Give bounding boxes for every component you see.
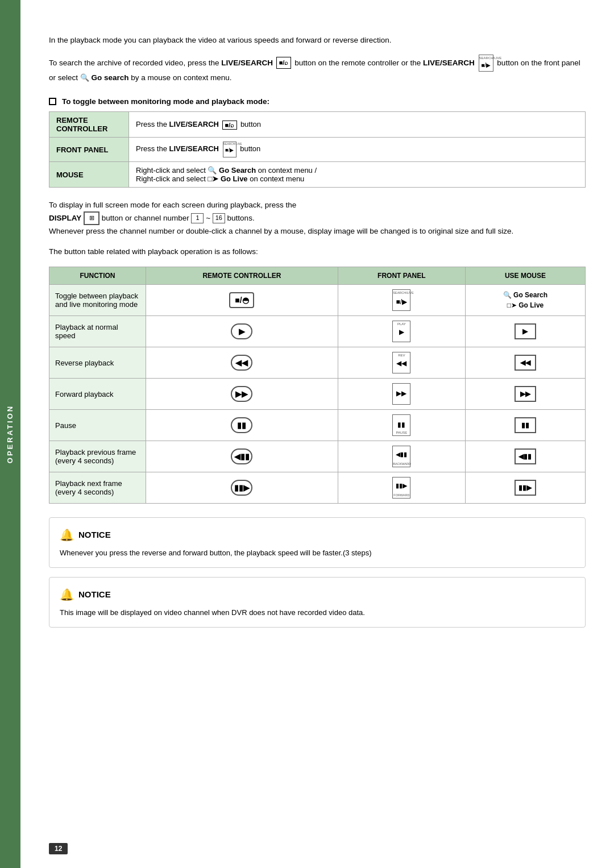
front-panel-icon-inline: SEARCH/LIVE ■/▶ (479, 55, 493, 72)
notice-box-1: 🔔 NOTICE Whenever you press the reverse … (49, 517, 586, 568)
front-panel-btn-icon: SEARCH/LIVE ■/▶ (223, 142, 237, 157)
front-panel-label-cell: FRONT PANEL (49, 138, 129, 162)
mouse-play-btn: ▶ (515, 323, 536, 339)
front-pause: ▮▮ PAUSE (338, 410, 465, 441)
remote-reverse: ◀◀ (146, 347, 338, 379)
mouse-pause-btn: ▮▮ (515, 417, 536, 433)
table-row: MOUSE Right-click and select 🔍 Go Search… (49, 162, 586, 188)
mouse-rev-btn: ◀◀ (515, 355, 536, 371)
front-pause-btn: ▮▮ PAUSE (392, 414, 410, 436)
mouse-toggle: 🔍 Go Search □➤ Go Live (465, 285, 585, 316)
notice-icon-2: 🔔 (60, 585, 74, 604)
notice-header-1: 🔔 NOTICE (60, 526, 575, 544)
mouse-prevframe-btn: ◀▮▮ (515, 448, 536, 464)
table-row: Pause ▮▮ ▮▮ PAUSE ▮▮ (49, 410, 586, 441)
remote-prev-frame: ◀▮▮ (146, 441, 338, 472)
func-next-frame: Playback next frame (every 4 seconds) (49, 472, 146, 504)
front-panel-content: Press the LIVE/SEARCH SEARCH/LIVE ■/▶ bu… (129, 138, 586, 162)
remote-controller-label: REMOTE CONTROLLER (49, 112, 129, 138)
go-search-label: Go search (92, 73, 129, 82)
mouse-normal: ▶ (465, 316, 585, 347)
front-fwd-btn: ▶▶ (392, 383, 410, 405)
mouse-pause: ▮▮ (465, 410, 585, 441)
live-search-button-icon: ■/⌕ (276, 57, 292, 69)
mouse-forward: ▶▶ (465, 379, 585, 410)
mouse-fwd-btn: ▶▶ (515, 386, 536, 402)
mouse-next-frame: ▮▮▶ (465, 472, 585, 504)
intro-para2: To search the archive of recorded video,… (49, 55, 586, 84)
mouse-nextframe-btn: ▮▮▶ (515, 480, 536, 496)
front-nextframe-btn: ▮▮▶ FORWARD (392, 477, 410, 499)
front-normal: PLAY ▶ (338, 316, 465, 347)
remote-play-btn: ▶ (231, 323, 252, 339)
table-row: Toggle between playback and live monitor… (49, 285, 586, 316)
func-normal: Playback at normal speed (49, 316, 146, 347)
function-table: FUNCTION REMOTE CONTROLLER FRONT PANEL U… (49, 267, 586, 504)
main-content: In the playback mode you can playback th… (20, 0, 614, 868)
intro-para1: In the playback mode you can playback th… (49, 34, 586, 47)
front-prev-frame: ◀▮▮ BACKWARD (338, 441, 465, 472)
remote-toggle: ■/◓ (146, 285, 338, 316)
mouse-label-cell: MOUSE (49, 162, 129, 188)
magnifier-icon-2: 🔍 (208, 166, 217, 175)
notice-icon-1: 🔔 (60, 526, 74, 544)
front-reverse: REV ◀◀ (338, 347, 465, 379)
remote-fwd-btn: ▶▶ (231, 386, 252, 402)
remote-normal: ▶ (146, 316, 338, 347)
side-tab-label: OPERATION (6, 405, 15, 463)
table-row: REMOTE CONTROLLER Press the LIVE/SEARCH … (49, 112, 586, 138)
front-forward: ▶▶ (338, 379, 465, 410)
col-front: FRONT PANEL (338, 267, 465, 285)
display-button-icon: ⊞ (84, 211, 99, 225)
table-row: Playback next frame (every 4 seconds) ▮▮… (49, 472, 586, 504)
front-next-frame: ▮▮▶ FORWARD (338, 472, 465, 504)
ch1-btn: 1 (191, 213, 204, 223)
side-tab: OPERATION (0, 0, 20, 868)
mouse-prev-frame: ◀▮▮ (465, 441, 585, 472)
table-header-row: FUNCTION REMOTE CONTROLLER FRONT PANEL U… (49, 267, 586, 285)
front-rev-btn: REV ◀◀ (392, 352, 410, 373)
remote-rev-btn: ◀◀ (231, 355, 252, 371)
ch16-btn: 16 (213, 213, 225, 223)
table-intro-text: The button table related with playback o… (49, 246, 586, 258)
remote-toggle-btn: ■/◓ (229, 292, 254, 308)
col-mouse: USE MOUSE (465, 267, 585, 285)
live-search-btn-small: ■/⌕ (222, 121, 238, 130)
front-prevframe-btn: ◀▮▮ BACKWARD (392, 446, 410, 467)
front-toggle-btn: SEARCH/LIVE ■/▶ (392, 289, 410, 311)
page-number: 12 (49, 843, 68, 854)
notice-text-2: This image will be displayed on video ch… (60, 607, 575, 619)
table-row: Reverse playback ◀◀ REV ◀◀ ◀◀ (49, 347, 586, 379)
remote-pause: ▮▮ (146, 410, 338, 441)
func-pause: Pause (49, 410, 146, 441)
mouse-content: Right-click and select 🔍 Go Search on co… (129, 162, 586, 188)
func-reverse: Reverse playback (49, 347, 146, 379)
table-row: FRONT PANEL Press the LIVE/SEARCH SEARCH… (49, 138, 586, 162)
remote-nextframe-btn: ▮▮▶ (231, 480, 252, 496)
table-row: Playback previous frame (every 4 seconds… (49, 441, 586, 472)
checkbox-decoration (49, 98, 56, 105)
remote-next-frame: ▮▮▶ (146, 472, 338, 504)
toggle-section-title: To toggle between monitoring mode and pl… (49, 97, 586, 106)
mouse-reverse: ◀◀ (465, 347, 585, 379)
notice-header-2: 🔔 NOTICE (60, 585, 575, 604)
remote-forward: ▶▶ (146, 379, 338, 410)
toggle-table: REMOTE CONTROLLER Press the LIVE/SEARCH … (49, 111, 586, 188)
func-forward: Forward playback (49, 379, 146, 410)
table-row: Playback at normal speed ▶ PLAY ▶ ▶ (49, 316, 586, 347)
col-remote: REMOTE CONTROLLER (146, 267, 338, 285)
display-section-text: To display in full screen mode for each … (49, 199, 586, 237)
notice-box-2: 🔔 NOTICE This image will be displayed on… (49, 577, 586, 628)
func-prev-frame: Playback previous frame (every 4 seconds… (49, 441, 146, 472)
remote-controller-content: Press the LIVE/SEARCH ■/⌕ button (129, 112, 586, 138)
remote-prevframe-btn: ◀▮▮ (231, 448, 252, 464)
front-toggle: SEARCH/LIVE ■/▶ (338, 285, 465, 316)
table-row: Forward playback ▶▶ ▶▶ ▶▶ (49, 379, 586, 410)
display-label: DISPLAY (49, 214, 81, 222)
magnifier-icon: 🔍 (80, 73, 89, 82)
func-toggle: Toggle between playback and live monitor… (49, 285, 146, 316)
front-play-btn: PLAY ▶ (392, 321, 410, 342)
col-function: FUNCTION (49, 267, 146, 285)
live-search-label-2: LIVE/SEARCH (423, 58, 475, 67)
remote-pause-btn: ▮▮ (231, 417, 252, 433)
